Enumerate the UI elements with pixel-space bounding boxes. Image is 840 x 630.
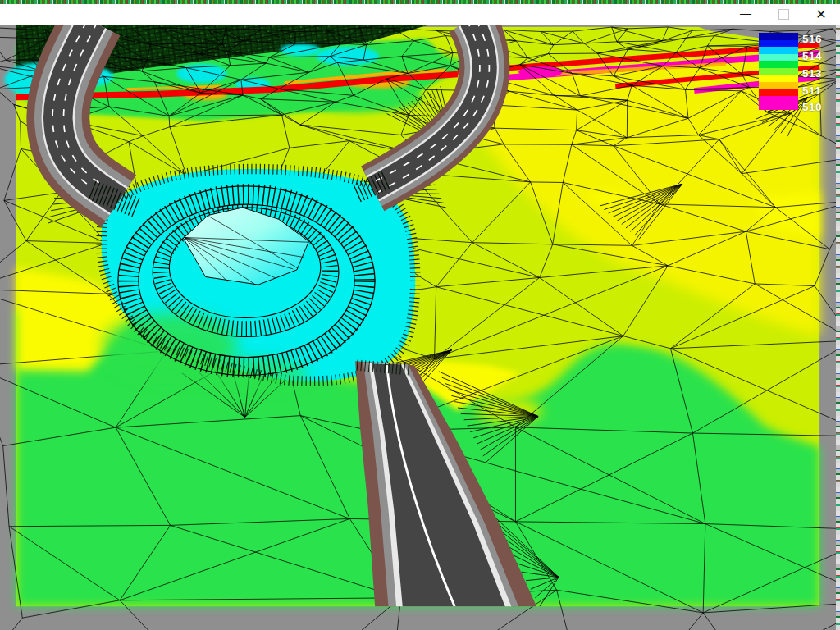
maximize-button[interactable] [765, 4, 802, 25]
close-button[interactable]: ✕ [802, 4, 840, 25]
maximize-icon [778, 9, 789, 20]
3d-terrain-viewport[interactable] [0, 25, 836, 630]
window-titlebar[interactable]: — ✕ [0, 4, 840, 25]
minimize-button[interactable]: — [727, 4, 765, 25]
close-icon: ✕ [815, 8, 826, 21]
desktop-edge-noise-right [836, 25, 840, 630]
minimize-icon: — [740, 7, 751, 19]
3d-viewport-canvas[interactable] [0, 25, 836, 630]
application-window: — ✕ 516 514 513 511 510 [0, 0, 840, 630]
roundabout [102, 169, 416, 392]
